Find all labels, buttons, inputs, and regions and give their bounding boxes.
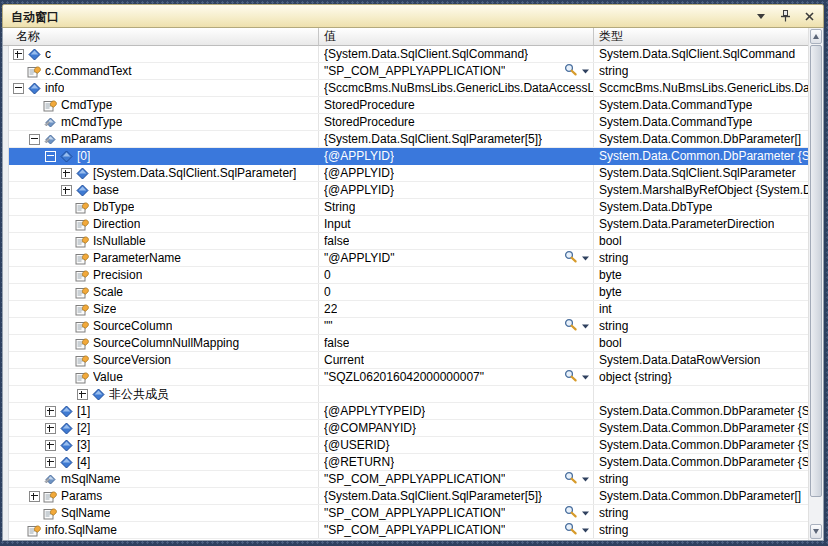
value-cell[interactable]: {@RETURN}	[319, 454, 594, 470]
visualizer-dropdown-icon[interactable]	[581, 472, 590, 486]
table-row[interactable]: [1]{@APPLYTYPEID}System.Data.Common.DbPa…	[3, 403, 808, 420]
table-row[interactable]: SourceVersionCurrentSystem.Data.DataRowV…	[3, 352, 808, 369]
column-header-type[interactable]: 类型	[594, 28, 808, 46]
column-header-name[interactable]: 名称	[3, 28, 319, 46]
value-cell[interactable]: StoredProcedure	[319, 114, 594, 130]
table-row[interactable]: [2]{@COMPANYID}System.Data.Common.DbPara…	[3, 420, 808, 437]
expand-icon[interactable]	[45, 406, 56, 417]
collapse-icon[interactable]	[13, 83, 24, 94]
expand-icon[interactable]	[77, 389, 88, 400]
table-row[interactable]: mSqlName"SP_COM_APPLYAPPLICATION"string	[3, 471, 808, 488]
value-cell[interactable]: false	[319, 233, 594, 249]
vertical-scrollbar[interactable]	[808, 28, 823, 540]
table-row[interactable]: c{System.Data.SqlClient.SqlCommand}Syste…	[3, 46, 808, 63]
table-row[interactable]: CmdTypeStoredProcedureSystem.Data.Comman…	[3, 97, 808, 114]
table-row[interactable]: DbTypeStringSystem.Data.DbType	[3, 199, 808, 216]
value-cell[interactable]: ""	[319, 318, 594, 334]
table-row[interactable]: info.SqlName"SP_COM_APPLYAPPLICATION"str…	[3, 522, 808, 539]
visualizer-dropdown-icon[interactable]	[581, 370, 590, 384]
type-cell: object {string}	[594, 369, 808, 385]
value-cell[interactable]: "@APPLYID"	[319, 250, 594, 266]
value-cell[interactable]: 0	[319, 284, 594, 300]
value-cell[interactable]: {System.Data.SqlClient.SqlCommand}	[319, 46, 594, 62]
visualizer-dropdown-icon[interactable]	[581, 523, 590, 537]
table-row[interactable]: mCmdTypeStoredProcedureSystem.Data.Comma…	[3, 114, 808, 131]
visualizer-dropdown-icon[interactable]	[581, 506, 590, 520]
value-cell[interactable]: Input	[319, 216, 594, 232]
value-cell[interactable]: StoredProcedure	[319, 97, 594, 113]
value-cell[interactable]: "SP_COM_APPLYAPPLICATION"	[319, 522, 594, 538]
expand-icon[interactable]	[45, 423, 56, 434]
value-cell[interactable]: false	[319, 335, 594, 351]
table-row[interactable]: [System.Data.SqlClient.SqlParameter]{@AP…	[3, 165, 808, 182]
table-row[interactable]: Precision0byte	[3, 267, 808, 284]
value-cell[interactable]: {SccmcBms.NuBmsLibs.GenericLibs.DataAcce…	[319, 80, 594, 96]
table-row[interactable]: SqlName"SP_COM_APPLYAPPLICATION"string	[3, 505, 808, 522]
expand-icon[interactable]	[29, 491, 40, 502]
value-cell[interactable]: 22	[319, 301, 594, 317]
magnifier-icon[interactable]	[564, 318, 578, 334]
table-row[interactable]: [0]{@APPLYID}System.Data.Common.DbParame…	[3, 148, 808, 165]
collapse-icon[interactable]	[29, 134, 40, 145]
table-row[interactable]: [4]{@RETURN}System.Data.Common.DbParamet…	[3, 454, 808, 471]
table-row[interactable]: 非公共成员	[3, 386, 808, 403]
column-header-value[interactable]: 值	[319, 28, 594, 46]
property-icon	[75, 286, 90, 299]
value-cell[interactable]: Current	[319, 352, 594, 368]
visualizer-dropdown-icon[interactable]	[581, 64, 590, 78]
table-row[interactable]: base{@APPLYID}System.MarshalByRefObject …	[3, 182, 808, 199]
window-position-menu-icon[interactable]	[754, 9, 768, 23]
property-icon	[43, 490, 58, 503]
magnifier-icon[interactable]	[564, 369, 578, 385]
scroll-down-button[interactable]	[810, 524, 822, 539]
magnifier-icon[interactable]	[564, 250, 578, 266]
table-row[interactable]: [3]{@USERID}System.Data.Common.DbParamet…	[3, 437, 808, 454]
value-cell[interactable]: {@COMPANYID}	[319, 420, 594, 436]
table-row[interactable]: IsNullablefalsebool	[3, 233, 808, 250]
table-row[interactable]: mParams{System.Data.SqlClient.SqlParamet…	[3, 131, 808, 148]
table-row[interactable]: info{SccmcBms.NuBmsLibs.GenericLibs.Data…	[3, 80, 808, 97]
table-row[interactable]: SourceColumn""string	[3, 318, 808, 335]
value-cell[interactable]: {System.Data.SqlClient.SqlParameter[5]}	[319, 131, 594, 147]
value-cell[interactable]: "SP_COM_APPLYAPPLICATION"	[319, 63, 594, 79]
expand-icon[interactable]	[61, 168, 72, 179]
value-cell[interactable]: {System.Data.SqlClient.SqlParameter[5]}	[319, 488, 594, 504]
expand-icon[interactable]	[13, 49, 24, 60]
value-cell[interactable]: {@USERID}	[319, 437, 594, 453]
value-cell[interactable]: 0	[319, 267, 594, 283]
value-cell[interactable]: String	[319, 199, 594, 215]
value-cell[interactable]: {@APPLYID}	[319, 182, 594, 198]
magnifier-icon[interactable]	[564, 505, 578, 521]
visualizer-dropdown-icon[interactable]	[581, 251, 590, 265]
value-cell[interactable]: "SQZL062016042000000007"	[319, 369, 594, 385]
pin-icon[interactable]	[778, 9, 792, 23]
expand-icon[interactable]	[61, 185, 72, 196]
table-row[interactable]: Scale0byte	[3, 284, 808, 301]
expand-icon[interactable]	[45, 440, 56, 451]
value-cell[interactable]: {@APPLYTYPEID}	[319, 403, 594, 419]
indent-spacer	[3, 241, 59, 242]
table-row[interactable]: Params{System.Data.SqlClient.SqlParamete…	[3, 488, 808, 505]
scroll-thumb[interactable]	[810, 45, 822, 497]
expand-icon[interactable]	[45, 457, 56, 468]
value-cell[interactable]: "SP_COM_APPLYAPPLICATION"	[319, 471, 594, 487]
row-type: SccmcBms.NuBmsLibs.GenericLibs.Da	[599, 81, 808, 95]
scroll-up-button[interactable]	[810, 29, 822, 44]
close-icon[interactable]	[802, 9, 816, 23]
visualizer-dropdown-icon[interactable]	[581, 319, 590, 333]
magnifier-icon[interactable]	[564, 522, 578, 538]
value-cell[interactable]: {@APPLYID}	[319, 148, 594, 164]
titlebar[interactable]: 自动窗口	[2, 4, 824, 28]
table-row[interactable]: SourceColumnNullMappingfalsebool	[3, 335, 808, 352]
table-row[interactable]: Value"SQZL062016042000000007"object {str…	[3, 369, 808, 386]
table-row[interactable]: DirectionInputSystem.Data.ParameterDirec…	[3, 216, 808, 233]
table-row[interactable]: ParameterName"@APPLYID"string	[3, 250, 808, 267]
magnifier-icon[interactable]	[564, 471, 578, 487]
value-cell[interactable]: "SP_COM_APPLYAPPLICATION"	[319, 505, 594, 521]
table-row[interactable]: Size22int	[3, 301, 808, 318]
magnifier-icon[interactable]	[564, 63, 578, 79]
value-cell[interactable]: {@APPLYID}	[319, 165, 594, 181]
value-cell[interactable]	[319, 386, 594, 402]
collapse-icon[interactable]	[45, 151, 56, 162]
table-row[interactable]: c.CommandText"SP_COM_APPLYAPPLICATION"st…	[3, 63, 808, 80]
